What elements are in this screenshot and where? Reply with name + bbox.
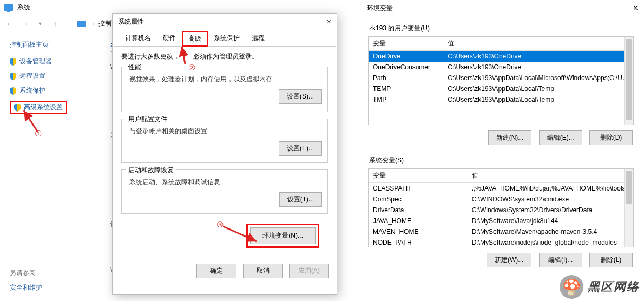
environment-variables-dialog: 环境变量 × zk193 的用户变量(U) 变量 值 OneDriveC:\Us…	[358, 0, 643, 301]
table-row[interactable]: NODE_PATHD:\MySoftware\nodejs\node_globa…	[369, 237, 634, 247]
back-button[interactable]: ←	[3, 17, 16, 30]
table-row[interactable]: TMPC:\Users\zk193\AppData\Local\Temp	[369, 94, 633, 105]
user-vars-table[interactable]: 变量 值 OneDriveC:\Users\zk193\OneDriveOneD…	[368, 36, 634, 125]
performance-group: 性能 视觉效果，处理器计划，内存使用，以及虚拟内存 设置(S)...	[121, 67, 328, 112]
tab-remote[interactable]: 远程	[246, 31, 271, 47]
sidebar-advanced-system-settings[interactable]: 高级系统设置	[10, 101, 67, 114]
var-value-cell: D:\MySoftware\Java\jdk8u144	[468, 215, 634, 226]
environment-variables-button[interactable]: 环境变量(N)...	[250, 227, 316, 244]
var-name-cell: CLASSPATH	[369, 183, 468, 194]
group-title: 启动和故障恢复	[126, 166, 176, 175]
startup-recovery-group: 启动和故障恢复 系统启动、系统故障和调试信息 设置(T)...	[121, 169, 328, 214]
dialog-titlebar: 系统属性 ×	[113, 14, 337, 30]
table-row[interactable]: JAVA_HOMED:\MySoftware\Java\jdk8u144	[369, 215, 634, 226]
var-value-cell: C:\Users\zk193\AppData\Local\Temp	[443, 94, 633, 105]
var-name-cell: MAVEN_HOME	[369, 226, 468, 237]
seealso-label: 另请参阅	[10, 269, 42, 278]
table-row[interactable]: DriverDataC:\Windows\System32\Drivers\Dr…	[369, 205, 634, 215]
sidebar-remote-settings[interactable]: 远程设置	[10, 71, 101, 81]
close-button[interactable]: ×	[327, 17, 331, 26]
tab-advanced[interactable]: 高级	[182, 31, 208, 47]
chevron-right-icon: ›	[92, 20, 94, 28]
system-properties-dialog: 系统属性 × 计算机名 硬件 高级 系统保护 远程 要进行大多数更改， 必须作为…	[112, 13, 337, 295]
table-row[interactable]: CLASSPATH.;%JAVA_HOME%\lib\dt.jar;%JAVA_…	[369, 183, 634, 194]
col-value[interactable]: 值	[468, 169, 634, 183]
table-row[interactable]: TEMPC:\Users\zk193\AppData\Local\Temp	[369, 83, 633, 94]
forward-button[interactable]: →	[18, 17, 31, 30]
profile-settings-button[interactable]: 设置(E)...	[279, 141, 322, 156]
startup-settings-button[interactable]: 设置(T)...	[279, 192, 322, 207]
table-row[interactable]: OneDriveConsumerC:\Users\zk193\OneDrive	[369, 62, 633, 73]
user-vars-section: zk193 的用户变量(U) 变量 值 OneDriveC:\Users\zk1…	[358, 16, 643, 148]
group-desc: 系统启动、系统故障和调试信息	[129, 178, 322, 187]
dialog-footer: 确定 取消 应用(A)	[113, 259, 337, 284]
var-name-cell: TMP	[369, 94, 443, 105]
shield-icon	[10, 73, 16, 80]
edit-user-var-button[interactable]: 编辑(E)...	[539, 130, 582, 145]
sidebar-seealso: 另请参阅 安全和维护	[10, 269, 42, 292]
monitor-icon	[4, 4, 13, 11]
intro-right: 必须作为管理员登录。	[193, 53, 258, 60]
apply-button[interactable]: 应用(A)	[289, 264, 329, 278]
var-name-cell: TEMP	[369, 83, 443, 94]
shield-icon	[10, 58, 16, 66]
group-desc: 视觉效果，处理器计划，内存使用，以及虚拟内存	[129, 75, 322, 84]
group-desc: 与登录帐户相关的桌面设置	[129, 127, 322, 136]
intro-text: 要进行大多数更改， 必须作为管理员登录。	[121, 52, 328, 61]
tab-strip: 计算机名 硬件 高级 系统保护 远程	[114, 30, 336, 47]
var-name-cell: ComSpec	[369, 194, 468, 205]
close-button[interactable]: ×	[633, 3, 638, 13]
sidebar-home[interactable]: 控制面板主页	[10, 40, 101, 49]
system-vars-section: 系统变量(S) 变量 值 CLASSPATH.;%JAVA_HOME%\lib\…	[358, 148, 643, 271]
intro-left: 要进行大多数更改，	[121, 53, 180, 60]
dialog-body: 要进行大多数更改， 必须作为管理员登录。 性能 视觉效果，处理器计划，内存使用，…	[113, 47, 337, 259]
table-row[interactable]: MAVEN_HOMED:\MySoftware\Maven\apache-mav…	[369, 226, 634, 237]
var-name-cell: JAVA_HOME	[369, 215, 468, 226]
new-sys-var-button[interactable]: 新建(W)...	[487, 253, 531, 267]
var-value-cell: C:\Users\zk193\OneDrive	[443, 62, 633, 73]
up-button[interactable]: ↑	[49, 17, 62, 30]
sidebar-device-manager[interactable]: 设备管理器	[10, 57, 101, 66]
var-value-cell: .;%JAVA_HOME%\lib\dt.jar;%JAVA_HOME%\lib…	[468, 183, 634, 194]
sidebar-item-label: 高级系统设置	[24, 103, 63, 112]
col-value[interactable]: 值	[443, 37, 633, 51]
tab-computer-name[interactable]: 计算机名	[119, 31, 157, 47]
tab-hardware[interactable]: 硬件	[157, 31, 182, 47]
delete-sys-var-button[interactable]: 删除(L)	[589, 253, 633, 267]
scrollbar[interactable]	[624, 37, 633, 125]
user-vars-buttons: 新建(N)... 编辑(E)... 删除(D)	[368, 125, 634, 147]
env-var-highlight: 环境变量(N)...	[246, 224, 319, 248]
user-profile-group: 用户配置文件 与登录帐户相关的桌面设置 设置(E)...	[121, 119, 328, 163]
table-row[interactable]: ComSpecC:\WINDOWS\system32\cmd.exe	[369, 194, 634, 205]
env-var-row: 环境变量(N)...	[121, 220, 328, 256]
group-title: 性能	[126, 63, 143, 72]
cancel-button[interactable]: 取消	[243, 264, 283, 278]
col-name[interactable]: 变量	[369, 169, 468, 183]
edit-sys-var-button[interactable]: 编辑(I)...	[539, 253, 582, 267]
tab-system-protection[interactable]: 系统保护	[208, 31, 246, 47]
window-title: 系统	[17, 3, 30, 12]
system-vars-buttons: 新建(W)... 编辑(I)... 删除(L)	[368, 247, 634, 270]
seealso-security[interactable]: 安全和维护	[10, 283, 42, 292]
var-name-cell: NODE_PATH	[369, 237, 468, 247]
system-vars-table[interactable]: 变量 值 CLASSPATH.;%JAVA_HOME%\lib\dt.jar;%…	[368, 168, 634, 247]
ok-button[interactable]: 确定	[196, 264, 236, 278]
table-row[interactable]: OneDriveC:\Users\zk193\OneDrive	[369, 51, 633, 62]
arrow-right-icon: →	[21, 19, 29, 28]
delete-user-var-button[interactable]: 删除(D)	[589, 130, 633, 145]
new-user-var-button[interactable]: 新建(N)...	[488, 130, 532, 145]
group-title: 用户配置文件	[126, 115, 169, 124]
scrollbar[interactable]	[624, 169, 633, 247]
monitor-icon	[77, 21, 86, 27]
history-dropdown[interactable]: ▼	[34, 17, 47, 30]
performance-settings-button[interactable]: 设置(S)...	[279, 89, 322, 104]
shield-icon	[14, 104, 21, 112]
sidebar: 控制面板主页 设备管理器 远程设置 系统保护 高级系统设置 另请参阅 安全和维护	[0, 32, 101, 285]
sidebar-item-label: 设备管理器	[19, 57, 52, 66]
table-row[interactable]: PathC:\Users\zk193\AppData\Local\Microso…	[369, 73, 633, 83]
var-value-cell: C:\Windows\System32\Drivers\DriverData	[468, 205, 634, 215]
dialog-title: 系统属性	[118, 17, 144, 27]
dialog-titlebar: 环境变量 ×	[358, 0, 643, 16]
col-name[interactable]: 变量	[369, 37, 443, 51]
sidebar-system-protection[interactable]: 系统保护	[10, 86, 101, 95]
